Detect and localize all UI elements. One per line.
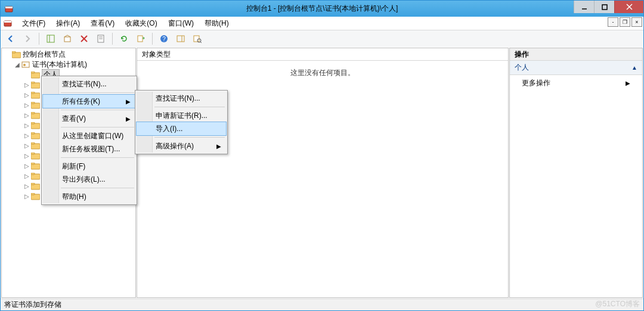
submenu-arrow-icon: ▶ bbox=[216, 143, 221, 150]
tree-cert-local[interactable]: ◢ 证书(本地计算机) bbox=[2, 60, 135, 70]
expand-icon[interactable]: ▷ bbox=[23, 92, 30, 98]
nav-back-button[interactable] bbox=[3, 31, 18, 46]
list-pane: 对象类型 这里没有任何项目。 bbox=[137, 48, 509, 298]
watermark: @51CTO博客 bbox=[595, 299, 640, 309]
svg-rect-26 bbox=[22, 62, 29, 67]
folder-icon bbox=[30, 142, 40, 150]
action-pane: 操作 个人 ▲ 更多操作 ▶ bbox=[509, 48, 643, 298]
svg-rect-16 bbox=[138, 36, 143, 42]
svg-rect-19 bbox=[177, 36, 184, 42]
svg-rect-39 bbox=[31, 122, 35, 124]
expand-icon[interactable]: ▷ bbox=[23, 102, 30, 108]
export-list-button[interactable] bbox=[133, 31, 148, 46]
ctx-view[interactable]: 查看(V)▶ bbox=[43, 112, 135, 125]
mdi-restore-button[interactable]: ❐ bbox=[620, 17, 630, 27]
folder-icon bbox=[30, 172, 40, 181]
cut-button[interactable] bbox=[60, 31, 75, 46]
svg-line-23 bbox=[200, 42, 202, 43]
ctx-find-certificates[interactable]: 查找证书(N)... bbox=[43, 77, 135, 91]
svg-rect-51 bbox=[31, 183, 35, 185]
menu-window[interactable]: 窗口(W) bbox=[163, 17, 199, 30]
console-root-icon bbox=[11, 51, 21, 59]
show-tree-button[interactable] bbox=[43, 31, 58, 46]
svg-rect-29 bbox=[31, 71, 35, 73]
folder-icon bbox=[30, 192, 40, 201]
folder-icon bbox=[30, 111, 40, 120]
maximize-button[interactable] bbox=[594, 1, 614, 13]
expand-icon[interactable]: ▷ bbox=[23, 122, 30, 129]
svg-rect-8 bbox=[47, 35, 54, 42]
properties-button[interactable] bbox=[93, 31, 109, 46]
svg-rect-49 bbox=[31, 173, 35, 175]
ctx2-find-certificates[interactable]: 查找证书(N)... bbox=[137, 92, 226, 105]
expand-icon[interactable]: ▷ bbox=[23, 153, 30, 159]
ctx2-request-new-certificate[interactable]: 申请新证书(R)... bbox=[137, 109, 226, 122]
show-hide-action-pane-button[interactable] bbox=[173, 31, 188, 46]
delete-button[interactable] bbox=[76, 31, 92, 46]
svg-rect-10 bbox=[64, 37, 70, 42]
mdi-minimize-button[interactable]: ‑ bbox=[608, 17, 618, 27]
mdi-close-button[interactable]: × bbox=[631, 17, 642, 27]
submenu-arrow-icon: ▶ bbox=[126, 116, 131, 122]
action-more-actions[interactable]: 更多操作 ▶ bbox=[510, 75, 642, 91]
minimize-button[interactable] bbox=[574, 1, 594, 13]
window-title: 控制台1 - [控制台根节点\证书(本地计算机)\个人] bbox=[1, 4, 643, 14]
column-header-object-type[interactable]: 对象类型 bbox=[137, 48, 508, 61]
collapse-icon[interactable]: ◢ bbox=[14, 61, 21, 68]
menu-favorites[interactable]: 收藏夹(O) bbox=[120, 17, 162, 30]
ctx-new-taskpad-view[interactable]: 新任务板视图(T)... bbox=[43, 142, 135, 156]
titlebar: 控制台1 - [控制台根节点\证书(本地计算机)\个人] bbox=[1, 1, 643, 17]
close-button[interactable] bbox=[614, 1, 643, 13]
expand-icon[interactable]: ▷ bbox=[23, 193, 30, 200]
mdi-controls: ‑ ❐ × bbox=[606, 17, 642, 27]
collapse-arrow-icon: ▲ bbox=[631, 64, 637, 71]
svg-rect-7 bbox=[4, 21, 11, 23]
refresh-button[interactable] bbox=[116, 31, 132, 46]
toolbar: ? bbox=[1, 30, 643, 48]
svg-rect-53 bbox=[31, 193, 35, 195]
expand-icon[interactable]: ▷ bbox=[23, 132, 30, 139]
ctx-refresh[interactable]: 刷新(F) bbox=[43, 160, 135, 173]
action-pane-title: 操作 bbox=[510, 48, 642, 61]
folder-icon bbox=[30, 122, 40, 130]
help-button[interactable]: ? bbox=[156, 31, 172, 46]
expand-icon[interactable]: ▷ bbox=[23, 163, 30, 169]
svg-rect-37 bbox=[31, 112, 35, 114]
expand-icon[interactable]: ▷ bbox=[23, 82, 30, 88]
find-certificates-button[interactable] bbox=[190, 31, 205, 46]
ctx-new-window-from-here[interactable]: 从这里创建窗口(W) bbox=[43, 129, 135, 142]
expand-icon[interactable]: ▷ bbox=[23, 183, 30, 189]
menu-view[interactable]: 查看(V) bbox=[86, 17, 119, 30]
expand-icon[interactable]: ▷ bbox=[23, 173, 30, 179]
tree-root[interactable]: 控制台根节点 bbox=[2, 49, 135, 60]
action-group-personal[interactable]: 个人 ▲ bbox=[510, 61, 642, 75]
ctx-export-list[interactable]: 导出列表(L)... bbox=[43, 173, 135, 186]
menu-action[interactable]: 操作(A) bbox=[51, 17, 85, 30]
expand-icon[interactable]: ▷ bbox=[23, 142, 30, 149]
menu-file[interactable]: 文件(F) bbox=[17, 17, 50, 30]
svg-point-27 bbox=[23, 64, 26, 66]
context-menu-all-tasks: 查找证书(N)... 申请新证书(R)... 导入(I)... 高级操作(A)▶ bbox=[135, 90, 228, 154]
submenu-arrow-icon: ▶ bbox=[126, 98, 131, 105]
ctx2-import[interactable]: 导入(I)... bbox=[136, 122, 227, 136]
ctx-help[interactable]: 帮助(H) bbox=[43, 190, 135, 203]
folder-icon bbox=[30, 162, 40, 170]
folder-icon bbox=[30, 101, 40, 110]
folder-icon bbox=[30, 81, 40, 89]
nav-forward-button[interactable] bbox=[20, 31, 35, 46]
ctx2-advanced-operations[interactable]: 高级操作(A)▶ bbox=[137, 139, 226, 153]
expand-icon[interactable]: ▷ bbox=[23, 112, 30, 119]
window-controls bbox=[574, 1, 643, 13]
menu-help[interactable]: 帮助(H) bbox=[200, 17, 234, 30]
mmc-window: 控制台1 - [控制台根节点\证书(本地计算机)\个人] 文件(F) 操作(A)… bbox=[0, 0, 644, 311]
svg-rect-45 bbox=[31, 153, 35, 154]
statusbar: 将证书添加到存储 bbox=[1, 298, 643, 310]
ctx-all-tasks[interactable]: 所有任务(K)▶ bbox=[42, 94, 136, 108]
submenu-arrow-icon: ▶ bbox=[626, 80, 630, 86]
mmc-icon bbox=[3, 18, 13, 28]
context-menu-primary: 查找证书(N)... 所有任务(K)▶ 查看(V)▶ 从这里创建窗口(W) 新任… bbox=[41, 76, 137, 205]
svg-rect-35 bbox=[31, 102, 35, 104]
svg-rect-25 bbox=[12, 51, 16, 53]
svg-rect-3 bbox=[602, 5, 607, 10]
svg-text:?: ? bbox=[162, 36, 166, 42]
